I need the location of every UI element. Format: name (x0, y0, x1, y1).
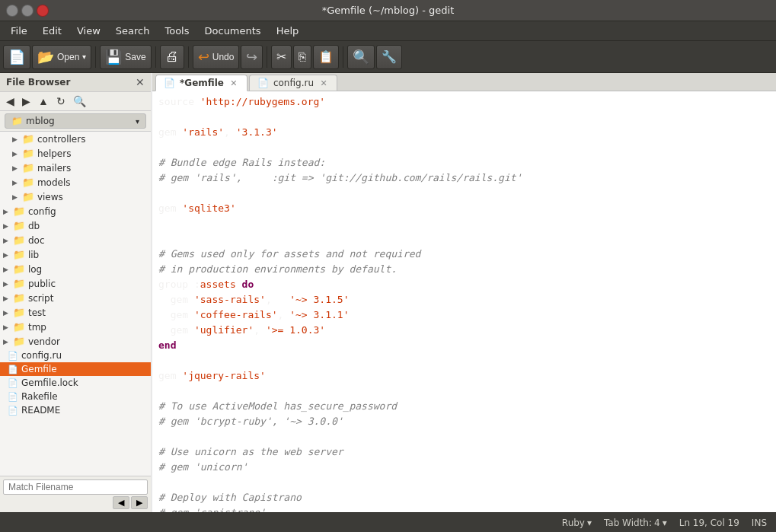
paste-button[interactable]: 📋 (313, 45, 339, 69)
fb-item-label: tmp (28, 322, 46, 333)
fb-tree-item[interactable]: ▶📁doc (0, 233, 151, 247)
menu-edit[interactable]: Edit (35, 24, 69, 38)
fb-tree-item[interactable]: 📄config.ru (0, 349, 151, 362)
fb-forward-button[interactable]: ▶ (19, 94, 34, 109)
fb-tree-item[interactable]: ▶📁test (0, 305, 151, 320)
fb-back-button[interactable]: ◀ (3, 94, 18, 109)
tab-width-arrow-icon: ▾ (663, 518, 667, 528)
code-line: # in production environments by default. (152, 262, 776, 277)
open-button[interactable]: 📂 Open ▾ (32, 45, 91, 69)
menu-help[interactable]: Help (269, 24, 307, 38)
menu-tools[interactable]: Tools (157, 24, 196, 38)
comment-token: # gem 'unicorn' (158, 461, 247, 473)
fb-tree-item[interactable]: 📄Gemfile.lock (0, 376, 151, 390)
fb-tree-item[interactable]: ▶📁mailers (0, 161, 151, 175)
language-arrow-icon: ▾ (587, 518, 592, 528)
fb-item-label: Gemfile (21, 364, 57, 374)
menu-view[interactable]: View (69, 24, 108, 38)
code-text: gem 'sass-rails', '~> 3.1.5' (158, 292, 770, 307)
fb-up-button[interactable]: ▲ (35, 94, 52, 109)
folder-icon: 📁 (13, 307, 25, 318)
fb-tree-item[interactable]: 📄Rakefile (0, 390, 151, 403)
tab-close-button[interactable]: ✕ (318, 78, 329, 88)
fb-item-triangle: ▶ (3, 338, 8, 346)
code-line (152, 140, 776, 155)
file-browser-location-label[interactable]: 📁 mblog ▾ (5, 113, 146, 129)
save-button[interactable]: 💾 Save (100, 45, 151, 69)
fb-tree-item[interactable]: ▶📁public (0, 276, 151, 291)
code-editor[interactable]: source 'http://rubygems.org'gem 'rails',… (152, 91, 776, 512)
fb-tree-item[interactable]: ▶📁lib (0, 247, 151, 262)
fb-search-next-button[interactable]: ▶ (131, 496, 148, 509)
fb-tree-item[interactable]: 📄Gemfile (0, 362, 151, 376)
fb-tree-item[interactable]: ▶📁helpers (0, 146, 151, 161)
code-text (158, 186, 770, 201)
fb-tree-item[interactable]: ▶📁log (0, 262, 151, 276)
fb-tree-item[interactable]: ▶📁vendor (0, 334, 151, 349)
code-text: end (158, 338, 770, 353)
file-icon: 📄 (8, 378, 18, 388)
tab-width-selector[interactable]: Tab Width: 4 ▾ (604, 518, 667, 528)
code-line (152, 384, 776, 399)
file-browser-location: 📁 mblog ▾ (0, 111, 151, 132)
code-line: # gem 'unicorn' (152, 460, 776, 475)
folder-icon: 📁 (13, 249, 25, 260)
folder-icon: 📁 (22, 162, 34, 174)
close-button[interactable] (37, 5, 49, 17)
tab-width-value: 4 (654, 518, 660, 528)
menu-search[interactable]: Search (108, 24, 158, 38)
copy-button[interactable]: ⎘ (293, 45, 311, 69)
fb-find-button[interactable]: 🔍 (70, 94, 89, 109)
fb-tree-item[interactable]: ▶📁config (0, 204, 151, 218)
menu-file[interactable]: File (3, 24, 35, 38)
fb-item-triangle: ▶ (3, 222, 8, 230)
cut-button[interactable]: ✂ (271, 45, 292, 69)
tab-close-button[interactable]: ✕ (228, 78, 239, 88)
fb-tree-item[interactable]: ▶📁controllers (0, 132, 151, 146)
fb-tree-item[interactable]: 📄README (0, 403, 151, 417)
fb-search-prev-button[interactable]: ◀ (113, 496, 129, 509)
new-button[interactable]: 📄 (3, 45, 30, 69)
file-browser-close-button[interactable]: ✕ (136, 76, 145, 88)
code-text (158, 231, 770, 247)
redo-button[interactable]: ↪ (241, 45, 263, 69)
fb-tree-item[interactable]: ▶📁tmp (0, 320, 151, 334)
string-token: 'http://rubygems.org' (200, 96, 325, 107)
fb-item-triangle: ▶ (3, 323, 8, 331)
language-selector[interactable]: Ruby ▾ (562, 518, 592, 528)
folder-icon: 📁 (22, 191, 34, 202)
undo-label: Undo (212, 52, 235, 62)
fb-tree-item[interactable]: ▶📁models (0, 175, 151, 190)
editor-tab[interactable]: 📄config.ru✕ (249, 75, 337, 91)
fb-item-triangle: ▶ (3, 280, 8, 288)
maximize-button[interactable] (21, 5, 34, 17)
comment-token: # in production environments by default. (158, 263, 397, 275)
code-line (152, 353, 776, 368)
code-text: # Bundle edge Rails instead: (158, 155, 770, 170)
file-browser-tree: ▶📁controllers▶📁helpers▶📁mailers▶📁models▶… (0, 132, 151, 476)
fb-search-input[interactable] (3, 479, 148, 495)
fb-item-label: log (28, 264, 42, 275)
print-button[interactable]: 🖨 (160, 45, 184, 69)
editor-tab[interactable]: 📄*Gemfile✕ (155, 75, 247, 91)
fb-item-triangle: ▶ (3, 309, 8, 317)
titlebar: *Gemfile (~/mblog) - gedit (0, 0, 776, 21)
menu-documents[interactable]: Documents (197, 24, 269, 38)
code-text (158, 110, 770, 125)
minimize-button[interactable] (6, 5, 18, 17)
window-title: *Gemfile (~/mblog) - gedit (322, 5, 454, 16)
redo-icon: ↪ (246, 49, 257, 65)
fb-tree-item[interactable]: ▶📁script (0, 291, 151, 305)
search-replace-button[interactable]: 🔧 (376, 45, 402, 69)
fb-item-label: doc (28, 235, 45, 246)
search-button[interactable]: 🔍 (347, 45, 375, 69)
folder-icon: 📁 (11, 116, 23, 126)
fb-refresh-button[interactable]: ↻ (53, 94, 69, 109)
code-line: # To use ActiveModel has_secure_password (152, 399, 776, 414)
undo-button[interactable]: ↩ Undo (193, 45, 240, 69)
fb-tree-item[interactable]: ▶📁db (0, 218, 151, 233)
code-text: gem 'coffee-rails', '~> 3.1.1' (158, 307, 770, 323)
fb-item-label: mailers (37, 163, 71, 174)
fb-tree-item[interactable]: ▶📁views (0, 190, 151, 204)
fb-item-label: Rakefile (21, 391, 58, 402)
